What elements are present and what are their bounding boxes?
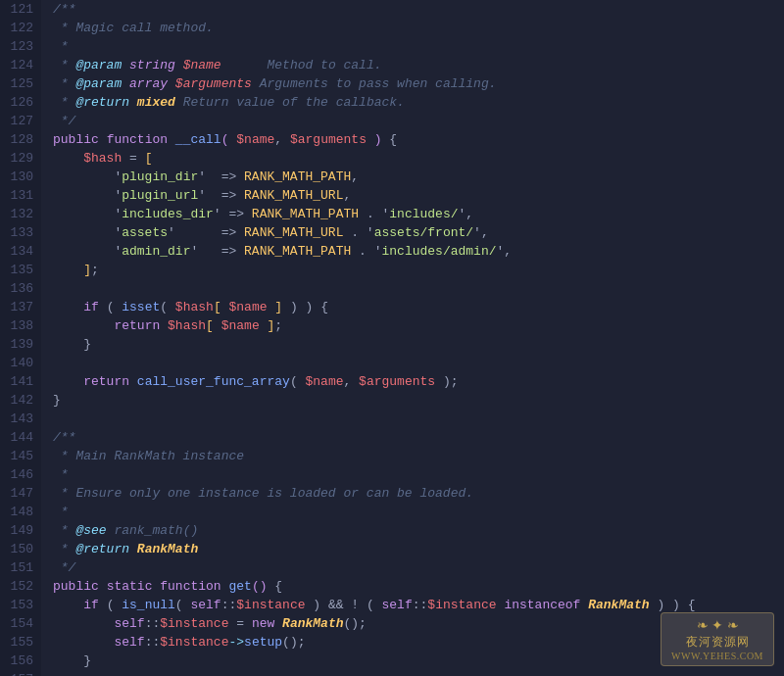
- token-c-return-tag: @return: [75, 93, 129, 112]
- token-c-comment: /**: [53, 428, 75, 447]
- token-c-variable: $hash: [175, 298, 214, 316]
- token-c-comment: * Ensure only one instance is loaded or …: [53, 484, 473, 503]
- code-line: }: [53, 391, 784, 410]
- token-c-normal: ::: [145, 633, 161, 652]
- token-c-normal: [53, 149, 83, 168]
- token-c-normal: ': [53, 223, 122, 242]
- token-c-normal: [53, 261, 83, 279]
- token-c-comment: *: [53, 74, 75, 93]
- token-c-normal: [99, 577, 107, 596]
- line-number: 139: [0, 335, 33, 354]
- token-c-constant: RANK_MATH_PATH: [252, 205, 359, 223]
- code-line: public static function get() {: [53, 577, 784, 596]
- line-number: 145: [0, 447, 33, 465]
- token-c-normal: ;: [91, 261, 99, 279]
- code-line: * @param array $arguments Arguments to p…: [53, 74, 784, 93]
- token-c-comment: /**: [53, 0, 75, 19]
- token-c-comment: *: [53, 503, 69, 521]
- line-number: 135: [0, 261, 33, 279]
- token-c-normal: =: [122, 149, 144, 168]
- line-number: 126: [0, 93, 33, 112]
- token-c-param-desc: Method to call.: [221, 56, 382, 74]
- line-number: 128: [0, 130, 33, 149]
- token-c-normal: ,: [344, 372, 360, 391]
- token-c-param-name: $name: [183, 56, 221, 74]
- code-line: 'includes_dir' => RANK_MATH_PATH . 'incl…: [53, 205, 784, 223]
- token-c-constant: RANK_MATH_URL: [244, 186, 343, 205]
- code-content: /** * Magic call method. * * @param stri…: [41, 0, 784, 676]
- token-c-string: plugin_url: [122, 186, 198, 205]
- token-c-variable: $arguments: [290, 130, 367, 149]
- token-c-normal: ::: [145, 614, 161, 633]
- token-c-keyword: return: [114, 316, 160, 335]
- code-line: $hash = [: [53, 149, 784, 168]
- token-c-normal: (: [160, 298, 175, 316]
- token-c-variable: $instance: [236, 596, 305, 614]
- code-line: */: [53, 558, 784, 577]
- token-c-string: assets: [122, 223, 168, 242]
- line-number: 131: [0, 186, 33, 205]
- token-c-normal: [580, 596, 588, 614]
- token-c-comment: [175, 56, 183, 74]
- token-c-normal: ,: [274, 130, 290, 149]
- token-c-param-type: string: [129, 56, 175, 74]
- token-c-comment: [122, 74, 129, 93]
- token-c-normal: {: [382, 130, 398, 149]
- token-c-paren: ): [260, 577, 268, 596]
- line-number: 134: [0, 242, 33, 261]
- token-c-param-type: array: [129, 74, 168, 93]
- line-number: 136: [0, 279, 33, 298]
- token-c-normal: [228, 130, 236, 149]
- code-area: 1211221231241251261271281291301311321331…: [0, 0, 784, 676]
- code-line: *: [53, 503, 784, 521]
- token-c-normal: ',: [497, 242, 513, 261]
- token-c-bracket: ]: [83, 261, 91, 279]
- token-c-normal: [268, 298, 275, 316]
- token-c-normal: );: [435, 372, 458, 391]
- token-c-normal: {: [268, 577, 283, 596]
- line-number: 142: [0, 391, 33, 410]
- line-number: 151: [0, 558, 33, 577]
- code-editor: 1211221231241251261271281291301311321331…: [0, 0, 784, 676]
- line-number: 129: [0, 149, 33, 168]
- code-line: *: [53, 465, 784, 484]
- token-c-param-desc: Return value of the callback.: [175, 93, 405, 112]
- token-c-comment: *: [53, 56, 75, 74]
- line-number: 152: [0, 577, 33, 596]
- code-line: [53, 279, 784, 298]
- code-line: [53, 670, 784, 676]
- token-c-normal: ': [53, 205, 122, 223]
- token-c-normal: [367, 130, 374, 149]
- token-c-comment: [168, 74, 175, 93]
- code-line: * @return RankMath: [53, 540, 784, 558]
- token-c-string: plugin_dir: [122, 168, 198, 186]
- line-number: 153: [0, 596, 33, 614]
- token-c-normal: ' =>: [168, 223, 244, 242]
- token-c-keyword: new: [252, 614, 274, 633]
- code-line: * @return mixed Return value of the call…: [53, 93, 784, 112]
- token-c-keyword: self: [114, 614, 144, 633]
- token-c-normal: ': [53, 242, 122, 261]
- token-c-normal: (: [99, 298, 122, 316]
- code-line: public function __call( $name, $argument…: [53, 130, 784, 149]
- token-c-param-tag: @param: [75, 74, 122, 93]
- token-c-variable: $name: [221, 316, 260, 335]
- token-c-comment: [129, 93, 137, 112]
- token-c-normal: [152, 577, 160, 596]
- code-line: if ( isset( $hash[ $name ] ) ) {: [53, 298, 784, 316]
- line-number: 125: [0, 74, 33, 93]
- code-line: /**: [53, 428, 784, 447]
- line-number: 130: [0, 168, 33, 186]
- token-c-bracket: [: [206, 316, 214, 335]
- token-c-normal: . ': [351, 242, 381, 261]
- token-c-bracket: ]: [274, 298, 282, 316]
- code-line: */: [53, 112, 784, 130]
- token-c-string: includes_dir: [122, 205, 214, 223]
- line-number: 133: [0, 223, 33, 242]
- token-c-normal: [53, 316, 114, 335]
- token-c-normal: ': [53, 168, 122, 186]
- token-c-return-type: RankMath: [282, 614, 343, 633]
- token-c-comment: */: [53, 558, 75, 577]
- token-c-variable: $arguments: [359, 372, 435, 391]
- token-c-normal: ) && ! (: [306, 596, 382, 614]
